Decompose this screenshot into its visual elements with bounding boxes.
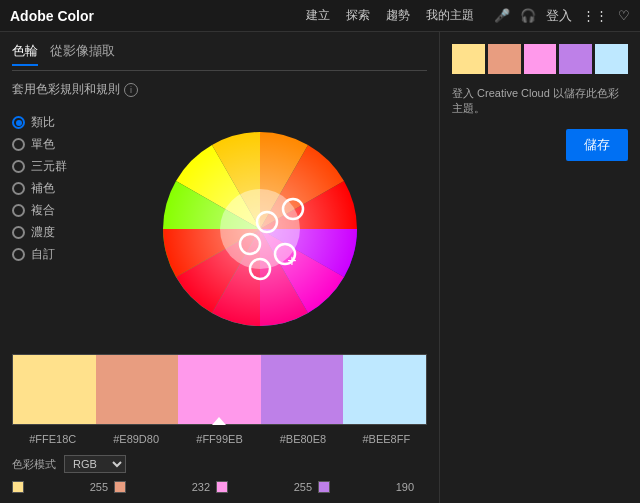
signin-link[interactable]: 登入 xyxy=(546,7,572,25)
radio-mono-circle xyxy=(12,138,25,151)
nav-explore[interactable]: 探索 xyxy=(346,7,370,24)
val-r-2: 255 xyxy=(287,481,312,493)
rule-compound[interactable]: 複合 xyxy=(12,202,82,219)
radio-compound-circle xyxy=(12,204,25,217)
mic-icon[interactable]: 🎤 xyxy=(494,8,510,23)
hex-0[interactable]: #FFE18C xyxy=(12,433,93,445)
swatch-2[interactable] xyxy=(178,355,261,424)
nav-trend[interactable]: 趨勢 xyxy=(386,7,410,24)
tab-color-wheel[interactable]: 色輪 xyxy=(12,42,38,66)
color-wheel-container[interactable]: + xyxy=(92,114,427,344)
rule-shade[interactable]: 濃度 xyxy=(12,224,82,241)
swatch-1[interactable] xyxy=(96,355,179,424)
color-mode-select[interactable]: RGB HSB Lab CMYK xyxy=(64,455,126,473)
main-layout: 色輪 從影像擷取 套用色彩規則和規則 i 類比 單色 xyxy=(0,32,640,503)
tabs: 色輪 從影像擷取 xyxy=(12,42,427,71)
mini-swatches-preview xyxy=(452,44,628,74)
radio-triad-circle xyxy=(12,160,25,173)
hex-values-row: #FFE18C #E89D80 #FF99EB #BE80E8 #BEE8FF xyxy=(12,431,427,445)
header: Adobe Color 建立 探索 趨勢 我的主題 🎤 🎧 登入 ⋮⋮ ♡ xyxy=(0,0,640,32)
mini-preview-0 xyxy=(452,44,485,74)
swatch-0[interactable] xyxy=(13,355,96,424)
rule-options: 類比 單色 三元群 補色 複合 xyxy=(12,114,82,344)
val-r-0: 255 xyxy=(83,481,108,493)
val-r-1: 232 xyxy=(185,481,210,493)
mini-preview-4 xyxy=(595,44,628,74)
tab-image-extract[interactable]: 從影像擷取 xyxy=(50,42,115,66)
radio-shade-circle xyxy=(12,226,25,239)
nav-links: 建立 探索 趨勢 我的主題 xyxy=(306,7,474,24)
swatch-3[interactable] xyxy=(261,355,344,424)
hex-1[interactable]: #E89D80 xyxy=(95,433,176,445)
mini-swatch-3 xyxy=(318,481,330,493)
app-logo: Adobe Color xyxy=(10,8,94,24)
radio-complement-circle xyxy=(12,182,25,195)
rule-complement[interactable]: 補色 xyxy=(12,180,82,197)
rule-label: 套用色彩規則和規則 i xyxy=(12,81,427,98)
mini-swatch-1 xyxy=(114,481,126,493)
rule-section: 套用色彩規則和規則 i xyxy=(12,81,427,104)
mini-preview-3 xyxy=(559,44,592,74)
left-panel: 色輪 從影像擷取 套用色彩規則和規則 i 類比 單色 xyxy=(0,32,440,503)
info-icon[interactable]: i xyxy=(124,83,138,97)
hex-2[interactable]: #FF99EB xyxy=(179,433,260,445)
rule-triad[interactable]: 三元群 xyxy=(12,158,82,175)
hex-4[interactable]: #BEE8FF xyxy=(346,433,427,445)
header-icons: 🎤 🎧 登入 ⋮⋮ ♡ xyxy=(494,7,630,25)
mini-swatch-0 xyxy=(12,481,24,493)
radio-analogy-circle xyxy=(12,116,25,129)
swatch-4[interactable] xyxy=(343,355,426,424)
headset-icon[interactable]: 🎧 xyxy=(520,8,536,23)
swatch-active-indicator xyxy=(212,417,226,425)
color-wheel[interactable]: + xyxy=(145,114,375,344)
color-mode-label: 色彩模式 xyxy=(12,457,56,472)
mini-preview-2 xyxy=(524,44,557,74)
save-button[interactable]: 儲存 xyxy=(566,129,628,161)
grid-icon[interactable]: ⋮⋮ xyxy=(582,8,608,23)
swatches-strip xyxy=(12,354,427,425)
mini-swatch-2 xyxy=(216,481,228,493)
mini-preview-1 xyxy=(488,44,521,74)
cursor-plus: + xyxy=(287,252,296,269)
hex-3[interactable]: #BE80E8 xyxy=(262,433,343,445)
rule-analogy[interactable]: 類比 xyxy=(12,114,82,131)
right-panel: 登入 Creative Cloud 以儲存此色彩主題。 儲存 xyxy=(440,32,640,503)
heart-icon[interactable]: ♡ xyxy=(618,8,630,23)
radio-custom-circle xyxy=(12,248,25,261)
val-r-3: 190 xyxy=(389,481,414,493)
rule-custom[interactable]: 自訂 xyxy=(12,246,82,263)
nav-build[interactable]: 建立 xyxy=(306,7,330,24)
nav-mytheme[interactable]: 我的主題 xyxy=(426,7,474,24)
rule-mono[interactable]: 單色 xyxy=(12,136,82,153)
cloud-save-text: 登入 Creative Cloud 以儲存此色彩主題。 xyxy=(452,86,628,117)
